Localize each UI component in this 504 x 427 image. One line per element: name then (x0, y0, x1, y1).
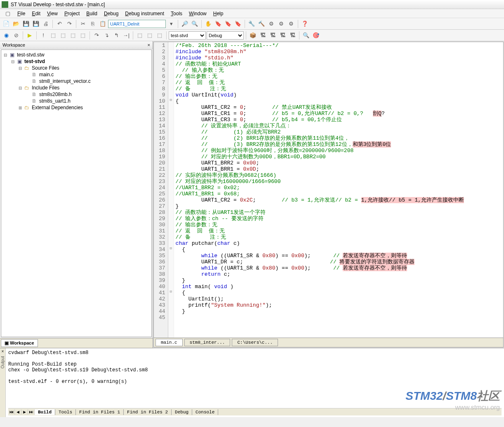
step2-icon[interactable]: ⬚ (59, 31, 68, 40)
paste-icon[interactable]: 📋 (98, 19, 107, 28)
app-icon (2, 1, 8, 8)
open-icon[interactable]: 📂 (12, 19, 21, 28)
bookmark3-icon[interactable]: 🔖 (233, 19, 243, 28)
folder-icon: 🗀 (24, 65, 30, 71)
project-select[interactable]: test-stvd (169, 31, 206, 40)
output-tab-console[interactable]: Console (192, 409, 218, 415)
tab-first-icon[interactable]: ⏮ (8, 409, 15, 415)
editor-tab[interactable]: C:\Users\c... (232, 339, 278, 346)
menubar: ▢ FileEditViewProjectBuildDebugDebug ins… (0, 9, 504, 18)
menu-file[interactable]: File (14, 10, 28, 17)
tree-file[interactable]: 🗎stm8s208mb.h (25, 91, 150, 98)
menu-build[interactable]: Build (83, 10, 101, 17)
help-icon[interactable]: ❓ (300, 19, 309, 28)
save-icon[interactable]: 💾 (21, 19, 31, 28)
output-tab-find-in-files-1[interactable]: Find in Files 1 (76, 409, 124, 415)
dropdown-icon[interactable]: ▾ (167, 19, 176, 28)
workspace-tabbar: ▣ Workspace (0, 338, 153, 348)
build2-icon[interactable]: 🏗 (258, 31, 267, 40)
menu-window[interactable]: Window (186, 10, 210, 17)
cut-icon[interactable]: ✂ (78, 19, 87, 28)
tools3-icon[interactable]: ⚙ (267, 19, 276, 28)
editor-tab[interactable]: main.c (155, 339, 183, 346)
workspace-panel: Workspace × ⊟▣ test-stvd.stw ⊟▣ test-stv… (0, 41, 153, 348)
print-icon[interactable]: 🖨 (41, 19, 50, 28)
tools4-icon[interactable]: ⚙ (277, 19, 286, 28)
menu-debug[interactable]: Debug (101, 10, 122, 17)
window-icon[interactable]: ▢ (3, 9, 12, 18)
redo-icon[interactable]: ↷ (65, 19, 74, 28)
misc3-icon[interactable]: ⬚ (155, 31, 164, 40)
misc1-icon[interactable]: ⬚ (135, 31, 144, 40)
config-select[interactable]: Debug (207, 31, 244, 40)
run-icon[interactable]: ▶ (25, 31, 34, 40)
menu-help[interactable]: Help (210, 10, 227, 17)
zoom-icon[interactable]: 🔍 (301, 31, 311, 40)
code-editor[interactable]: 1234567891011121314151617181920212223242… (154, 42, 503, 338)
build5-icon[interactable]: 🏗 (288, 31, 297, 40)
tree-folder[interactable]: ⊟🗀Source Files (18, 65, 150, 71)
close-icon[interactable]: × (148, 42, 150, 47)
search-input[interactable] (108, 20, 166, 28)
hand-icon[interactable]: ✋ (204, 19, 213, 28)
tab-next-icon[interactable]: ▶ (21, 409, 28, 415)
editor-tab[interactable]: stm8_inter... (184, 339, 231, 346)
output-tab-find-in-files-2[interactable]: Find in Files 2 (124, 409, 172, 415)
tab-prev-icon[interactable]: ◀ (15, 409, 21, 415)
menu-view[interactable]: View (44, 10, 61, 17)
step1-icon[interactable]: ⬚ (49, 31, 58, 40)
folder-icon: 🗀 (24, 105, 30, 110)
stepout-icon[interactable]: ↰ (112, 31, 121, 40)
tools5-icon[interactable]: ⚙ (287, 19, 296, 28)
tree-file[interactable]: 🗎stm8s_uart1.h (25, 98, 150, 104)
menu-tools[interactable]: Tools (167, 10, 186, 17)
menu-project[interactable]: Project (61, 10, 83, 17)
misc2-icon[interactable]: ⬚ (145, 31, 154, 40)
output-sidebar: × Output (0, 348, 6, 417)
tools2-icon[interactable]: 🔨 (257, 19, 266, 28)
findfiles-icon[interactable]: 🔍 (190, 19, 199, 28)
toolbar-2: ◉ ⊘ ▶ ! ⬚ ⬚ ⬚ ⬚ ↷ ↴ ↰ →| ⬚ ⬚ ⬚ test-stvd… (0, 30, 504, 41)
app-title: ST Visual Develop - test-stvd.stw - [mai… (11, 2, 105, 7)
output-tab-tools[interactable]: Tools (55, 409, 76, 415)
target-icon[interactable]: 🎯 (311, 31, 320, 40)
menu-debug-instrument[interactable]: Debug instrument (122, 10, 167, 17)
editor-tabs: main.cstm8_inter...C:\Users\c... (154, 338, 503, 347)
output-tab-build[interactable]: Build (35, 409, 55, 415)
bookmark2-icon[interactable]: 🔖 (224, 19, 233, 28)
saveall-icon[interactable]: 💾 (31, 19, 40, 28)
runto-icon[interactable]: →| (122, 31, 131, 40)
bookmark-icon[interactable]: 🔖 (214, 19, 223, 28)
copy-icon[interactable]: ⎘ (88, 19, 97, 28)
project-tree[interactable]: ⊟▣ test-stvd.stw ⊟▣ test-stvd ⊟🗀Source F… (1, 49, 152, 337)
workspace-tab[interactable]: ▣ Workspace (1, 339, 38, 347)
build3-icon[interactable]: 🏗 (268, 31, 277, 40)
tab-last-icon[interactable]: ⏭ (28, 409, 35, 415)
step4-icon[interactable]: ⬚ (78, 31, 87, 40)
debug-start-icon[interactable]: ◉ (2, 31, 11, 40)
step3-icon[interactable]: ⬚ (68, 31, 78, 40)
build4-icon[interactable]: 🏗 (278, 31, 287, 40)
tree-folder[interactable]: ⊞🗀External Dependencies (18, 104, 150, 111)
new-icon[interactable]: 📄 (2, 19, 11, 28)
find-icon[interactable]: 🔎 (180, 19, 189, 28)
tree-file[interactable]: 🗎main.c (25, 71, 150, 78)
workspace-title: Workspace (2, 42, 25, 47)
stepin-icon[interactable]: ↴ (102, 31, 111, 40)
tree-project[interactable]: ⊟▣ test-stvd (10, 58, 150, 65)
output-tab-debug[interactable]: Debug (172, 409, 192, 415)
debug-stop-icon[interactable]: ⊘ (12, 31, 21, 40)
toolbar-1: 📄 📂 💾 💾 🖨 ↶ ↷ ✂ ⎘ 📋 ▾ 🔎 🔍 ✋ 🔖 🔖 🔖 🔧 🔨 ⚙ … (0, 18, 504, 30)
tree-file[interactable]: 🗎stm8_interrupt_vector.c (25, 78, 150, 84)
tools1-icon[interactable]: 🔧 (247, 19, 256, 28)
stepover-icon[interactable]: ↷ (92, 31, 101, 40)
undo-icon[interactable]: ↶ (55, 19, 64, 28)
breakpoint-icon[interactable]: ! (39, 31, 48, 40)
workspace-header: Workspace × (0, 41, 153, 49)
menu-edit[interactable]: Edit (28, 10, 44, 17)
titlebar: ST Visual Develop - test-stvd.stw - [mai… (0, 0, 504, 9)
tree-root[interactable]: ⊟▣ test-stvd.stw (3, 52, 150, 58)
output-close-icon[interactable]: × (0, 348, 5, 354)
build1-icon[interactable]: 📦 (248, 31, 257, 40)
tree-folder[interactable]: ⊟🗀Include Files (18, 84, 150, 91)
